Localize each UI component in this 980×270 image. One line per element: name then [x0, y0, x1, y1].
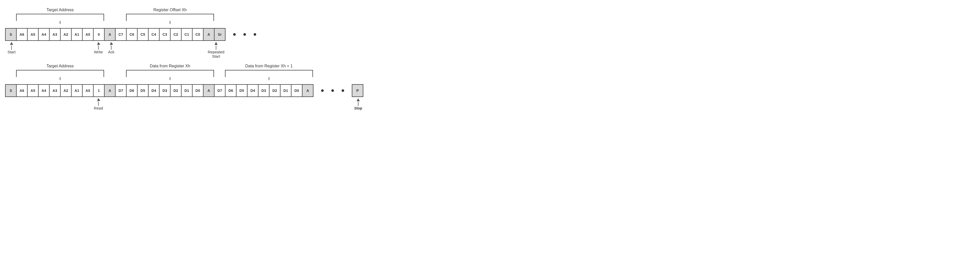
bracket-icon — [16, 14, 104, 21]
bit-cell: A — [203, 28, 215, 41]
arrow-text: Read — [87, 106, 110, 110]
bracket-icon — [126, 70, 214, 77]
bit-cell: C6 — [126, 28, 138, 41]
bit-cell: D6 — [126, 84, 138, 97]
bracket-group: Target Address — [16, 8, 104, 21]
arrow-icon — [357, 98, 360, 101]
arrow-text: Start — [0, 50, 23, 54]
bracket-group: Register Offset Xh — [126, 8, 214, 21]
stop-label: Stop — [347, 106, 370, 110]
bit-cell: D5 — [236, 84, 248, 97]
bracket-label: Register Offset Xh — [126, 8, 214, 12]
bit-cell: D2 — [170, 84, 181, 97]
arrow-icon — [97, 98, 100, 101]
bit-cell: C3 — [159, 28, 170, 41]
bit-cell: D5 — [137, 84, 148, 97]
bit-cell: D1 — [181, 84, 192, 97]
bracket-label: Target Address — [16, 64, 104, 68]
cells-row-1: SA6A5A4A3A2A1A00AC7C6C5C4C3C2C1C0ASr — [5, 28, 226, 41]
bit-cell: A1 — [71, 28, 83, 41]
bit-cell: A1 — [71, 84, 83, 97]
timing-row-2: SA6A5A4A3A2A1A01AD7D6D5D4D3D2D1D0AD7D6D5… — [5, 61, 975, 97]
arrow-label-group: Read — [87, 98, 110, 110]
bit-cell: C2 — [170, 28, 181, 41]
stop-cell-text: P — [356, 88, 359, 93]
bit-cell: 0 — [93, 28, 105, 41]
bit-cell: A0 — [82, 84, 94, 97]
bit-cell: D0 — [291, 84, 302, 97]
bracket-group: Data from Register Xh + 1 — [225, 64, 313, 77]
timing-row-1: SA6A5A4A3A2A1A00AC7C6C5C4C3C2C1C0ASr Tar… — [5, 5, 975, 41]
dot-icon — [243, 33, 246, 36]
bit-cell: D2 — [269, 84, 280, 97]
bracket-label: Target Address — [16, 8, 104, 12]
bit-cell: C4 — [148, 28, 159, 41]
arrow-icon — [10, 42, 13, 45]
bracket-icon — [16, 70, 104, 77]
bit-cell: C7 — [115, 28, 127, 41]
arrow-label-group: Ack — [100, 41, 123, 54]
arrow-icon — [215, 42, 218, 45]
dot-icon — [254, 33, 256, 36]
bit-cell: D4 — [247, 84, 258, 97]
bit-cell: C5 — [137, 28, 148, 41]
continuation-dots — [233, 28, 256, 41]
bit-cell: A — [302, 84, 313, 97]
bit-cell: 1 — [93, 84, 105, 97]
bit-cell: D6 — [225, 84, 237, 97]
bracket-group: Data from Register Xh — [126, 64, 214, 77]
bit-cell: A — [104, 84, 116, 97]
bracket-icon — [126, 14, 214, 21]
bracket-group: Target Address — [16, 64, 104, 77]
bit-cell: A3 — [49, 84, 60, 97]
stop-cell: P Stop — [352, 84, 363, 97]
bit-cell: S — [5, 28, 17, 41]
bit-cell: Sr — [214, 28, 226, 41]
bit-cell: A — [203, 84, 215, 97]
bracket-label: Data from Register Xh + 1 — [225, 64, 313, 68]
bit-cell: A4 — [38, 84, 49, 97]
bit-cell: A6 — [16, 28, 28, 41]
bit-cell: A2 — [60, 28, 72, 41]
bit-cell: D4 — [148, 84, 159, 97]
bit-cell: D7 — [115, 84, 127, 97]
bit-cell: A5 — [27, 84, 38, 97]
bit-cell: D7 — [214, 84, 226, 97]
bit-cell: A — [104, 28, 116, 41]
bracket-icon — [225, 70, 313, 77]
bit-cell: A4 — [38, 28, 49, 41]
arrow-text: Repeated Start — [205, 50, 228, 58]
bit-cell: D3 — [159, 84, 170, 97]
continuation-dots — [321, 84, 344, 97]
bit-cell: A3 — [49, 28, 60, 41]
arrow-icon — [110, 42, 113, 46]
dot-icon — [331, 89, 334, 92]
bit-cell: C1 — [181, 28, 192, 41]
bit-cell: A2 — [60, 84, 72, 97]
bit-cell: A5 — [27, 28, 38, 41]
dot-icon — [342, 89, 344, 92]
dot-icon — [233, 33, 236, 36]
bracket-label: Data from Register Xh — [126, 64, 214, 68]
arrow-text: Ack — [100, 50, 123, 54]
bit-cell: D3 — [258, 84, 269, 97]
bit-cell: A6 — [16, 84, 28, 97]
arrow-label-group: Repeated Start — [205, 41, 228, 58]
bit-cell: A0 — [82, 28, 94, 41]
arrow-label-group: Start — [0, 41, 23, 54]
bit-cell: D0 — [192, 84, 204, 97]
cells-row-2: SA6A5A4A3A2A1A01AD7D6D5D4D3D2D1D0AD7D6D5… — [5, 84, 313, 97]
bit-cell: C0 — [192, 28, 204, 41]
bit-cell: D1 — [280, 84, 291, 97]
bit-cell: S — [5, 84, 17, 97]
dot-icon — [321, 89, 324, 92]
